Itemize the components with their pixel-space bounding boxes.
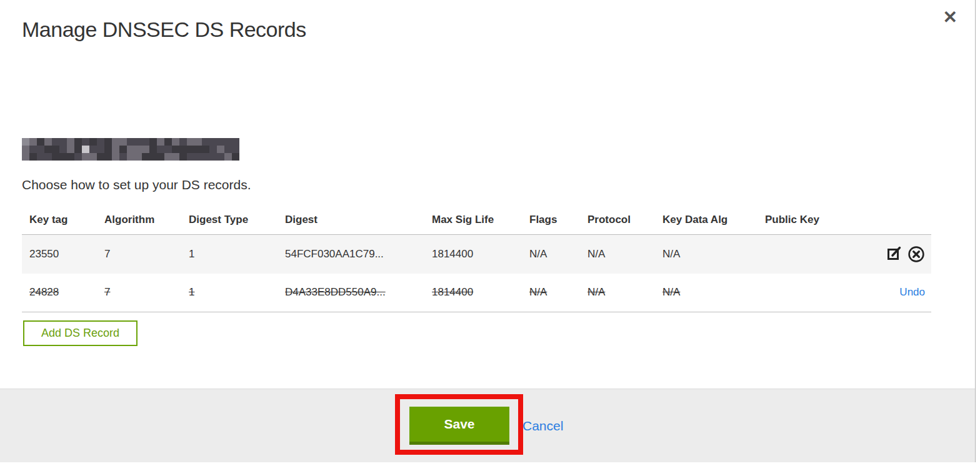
cell-flags: N/A bbox=[522, 274, 580, 312]
column-header-max-sig-life: Max Sig Life bbox=[424, 206, 522, 235]
cell-protocol: N/A bbox=[580, 235, 655, 274]
close-icon: ✕ bbox=[943, 7, 958, 27]
cell-algorithm: 7 bbox=[97, 274, 181, 312]
cell-actions: Undo bbox=[840, 274, 931, 312]
cell-public-key bbox=[758, 235, 840, 274]
page-title: Manage DNSSEC DS Records bbox=[22, 17, 306, 42]
column-header-public-key: Public Key bbox=[758, 206, 840, 235]
dnssec-modal: Manage DNSSEC DS Records ✕ Choose how to… bbox=[0, 0, 976, 462]
column-header-protocol: Protocol bbox=[580, 206, 655, 235]
cell-protocol: N/A bbox=[580, 274, 655, 312]
table-row: 24828 7 1 D4A33E8DD550A9... 1814400 N/A … bbox=[22, 274, 931, 312]
cell-key-tag: 23550 bbox=[22, 235, 97, 274]
edit-icon bbox=[886, 245, 903, 262]
cell-actions bbox=[840, 235, 931, 274]
column-header-digest-type: Digest Type bbox=[181, 206, 278, 235]
redacted-domain-name bbox=[22, 138, 239, 161]
modal-footer: Save Cancel bbox=[0, 389, 975, 462]
cancel-link[interactable]: Cancel bbox=[522, 407, 563, 445]
ds-records-table: Key tag Algorithm Digest Type Digest Max… bbox=[22, 206, 931, 312]
column-header-algorithm: Algorithm bbox=[97, 206, 181, 235]
column-header-actions bbox=[840, 206, 931, 235]
delete-record-button[interactable] bbox=[908, 245, 925, 263]
table-row: 23550 7 1 54FCF030AA1C79... 1814400 N/A … bbox=[22, 235, 931, 274]
save-button[interactable]: Save bbox=[409, 407, 509, 445]
close-button[interactable]: ✕ bbox=[943, 9, 958, 26]
cell-flags: N/A bbox=[522, 235, 580, 274]
cell-max-sig-life: 1814400 bbox=[424, 235, 522, 274]
cell-digest: D4A33E8DD550A9... bbox=[278, 274, 424, 312]
add-ds-record-button[interactable]: Add DS Record bbox=[23, 320, 138, 346]
cell-max-sig-life: 1814400 bbox=[424, 274, 522, 312]
cell-algorithm: 7 bbox=[97, 235, 181, 274]
cell-key-data-alg: N/A bbox=[655, 235, 758, 274]
edit-record-button[interactable] bbox=[886, 245, 903, 262]
column-header-key-tag: Key tag bbox=[22, 206, 97, 235]
column-header-key-data-alg: Key Data Alg bbox=[655, 206, 758, 235]
table-header-row: Key tag Algorithm Digest Type Digest Max… bbox=[22, 206, 931, 235]
column-header-flags: Flags bbox=[522, 206, 580, 235]
cell-digest: 54FCF030AA1C79... bbox=[278, 235, 424, 274]
undo-link[interactable]: Undo bbox=[899, 286, 925, 298]
cell-key-data-alg: N/A bbox=[655, 274, 758, 312]
delete-icon bbox=[908, 245, 925, 263]
instruction-text: Choose how to set up your DS records. bbox=[22, 177, 251, 192]
cell-digest-type: 1 bbox=[181, 274, 278, 312]
cell-public-key bbox=[758, 274, 840, 312]
cell-digest-type: 1 bbox=[181, 235, 278, 274]
column-header-digest: Digest bbox=[278, 206, 424, 235]
cell-key-tag: 24828 bbox=[22, 274, 97, 312]
